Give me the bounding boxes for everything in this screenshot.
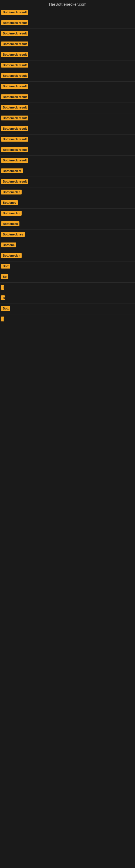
- bottleneck-badge[interactable]: Bottleneck result: [1, 158, 28, 163]
- bottleneck-badge[interactable]: Bottleneck result: [1, 41, 28, 46]
- list-item: Bottleneck r: [0, 187, 135, 198]
- bottleneck-badge[interactable]: Bottleneck result: [1, 116, 28, 120]
- list-item: Bott: [0, 261, 135, 272]
- list-item: Bottleneck result: [0, 71, 135, 82]
- list-item: Bottleneck result: [0, 61, 135, 71]
- bottleneck-badge[interactable]: Bottleneck r: [1, 190, 21, 194]
- list-item: Bottleneck result: [0, 50, 135, 61]
- bottleneck-badge[interactable]: B: [1, 296, 5, 300]
- list-item: B: [0, 293, 135, 304]
- list-item: |: [0, 314, 135, 325]
- bottleneck-badge[interactable]: Bottleneck r: [1, 253, 21, 258]
- bottleneck-badge[interactable]: Bott: [1, 264, 10, 269]
- bottleneck-badge[interactable]: Bottleneck result: [1, 84, 28, 89]
- bottleneck-badge[interactable]: Bottleneck re: [1, 168, 23, 173]
- list-item: Bottleneck result: [0, 18, 135, 29]
- list-item: Bott: [0, 304, 135, 314]
- list-item: Bottleneck result: [0, 113, 135, 124]
- bottleneck-badge[interactable]: Bottleneck result: [1, 10, 28, 14]
- bottleneck-badge[interactable]: Bottleneck result: [1, 105, 28, 110]
- bottleneck-badge[interactable]: Bottleneck result: [1, 52, 28, 57]
- bottleneck-badge[interactable]: Bottleneck result: [1, 73, 28, 78]
- list-item: Bottleneck result: [0, 156, 135, 166]
- list-item: Bottleneck result: [0, 103, 135, 113]
- list-item: Bottleneck r: [0, 251, 135, 261]
- list-item: Bo: [0, 272, 135, 283]
- site-header: TheBottlenecker.com: [0, 0, 135, 8]
- list-item: Bottleneck re: [0, 166, 135, 177]
- bottleneck-badge[interactable]: Bottleneck result: [1, 31, 28, 36]
- list-item: Bottleneck result: [0, 92, 135, 103]
- list-item: Bottleneck result: [0, 8, 135, 18]
- list-item: Bottleneck result: [0, 82, 135, 92]
- bottleneck-list: Bottleneck resultBottleneck resultBottle…: [0, 8, 135, 325]
- bottleneck-badge[interactable]: Bottleneck result: [1, 20, 28, 25]
- bottleneck-badge[interactable]: Bottleneck r: [1, 211, 21, 216]
- list-item: Bottleneck result: [0, 134, 135, 145]
- list-item: Bottlene: [0, 240, 135, 251]
- bottleneck-badge[interactable]: Bottleneck result: [1, 147, 28, 152]
- list-item: Bottleneck result: [0, 177, 135, 187]
- bottleneck-badge[interactable]: Bottleneck result: [1, 63, 28, 67]
- bottleneck-badge[interactable]: Bottleneck: [1, 221, 19, 226]
- list-item: Bottleneck result: [0, 29, 135, 39]
- list-item: Bottlenec: [0, 198, 135, 209]
- bottleneck-badge[interactable]: |: [1, 285, 4, 290]
- list-item: Bottleneck res: [0, 230, 135, 240]
- bottleneck-badge[interactable]: Bottleneck res: [1, 232, 25, 237]
- list-item: |: [0, 283, 135, 293]
- site-title: TheBottlenecker.com: [0, 0, 135, 8]
- list-item: Bottleneck result: [0, 39, 135, 50]
- list-item: Bottleneck result: [0, 145, 135, 156]
- list-item: Bottleneck result: [0, 124, 135, 134]
- bottleneck-badge[interactable]: Bottleneck result: [1, 94, 28, 99]
- bottleneck-badge[interactable]: Bott: [1, 306, 10, 311]
- bottleneck-badge[interactable]: Bottleneck result: [1, 137, 28, 142]
- bottleneck-badge[interactable]: Bottlene: [1, 243, 16, 247]
- bottleneck-badge[interactable]: Bo: [1, 274, 8, 279]
- bottleneck-badge[interactable]: Bottleneck result: [1, 126, 28, 131]
- bottleneck-badge[interactable]: |: [1, 316, 4, 321]
- list-item: Bottleneck: [0, 219, 135, 230]
- bottleneck-badge[interactable]: Bottlenec: [1, 200, 18, 205]
- bottleneck-badge[interactable]: Bottleneck result: [1, 179, 28, 184]
- list-item: Bottleneck r: [0, 209, 135, 219]
